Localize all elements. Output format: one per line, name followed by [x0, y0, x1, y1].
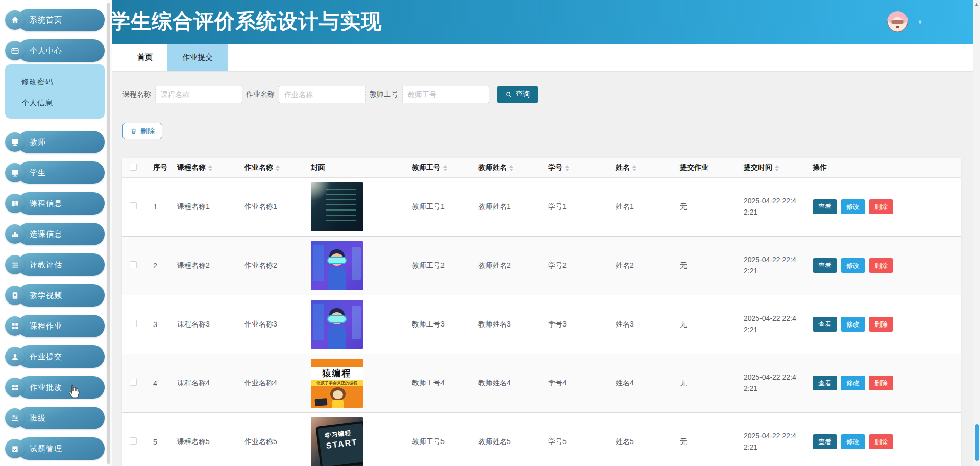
row-action-查看-button[interactable]: 查看	[813, 258, 837, 273]
cover-image-code-screen[interactable]	[311, 182, 363, 231]
row-action-查看-button[interactable]: 查看	[813, 199, 837, 214]
page-scrollbar-thumb[interactable]	[975, 424, 979, 461]
column-header-姓名[interactable]: 姓名	[608, 158, 673, 177]
sort-icon[interactable]	[443, 165, 447, 171]
sidebar-item-课程作业[interactable]: 课程作业	[5, 315, 106, 337]
sidebar-pill[interactable]: 评教评估	[17, 253, 105, 276]
header-select-all-cell[interactable]	[122, 158, 146, 177]
scroll-up-arrow-icon[interactable]: ▲	[973, 2, 980, 7]
sidebar-scrollbar[interactable]	[106, 0, 112, 466]
sidebar-pill[interactable]: 课程作业	[17, 315, 105, 337]
sidebar-pill[interactable]: 教师	[17, 131, 105, 153]
filter-input-作业名称[interactable]	[279, 86, 366, 103]
row-select-cell	[122, 295, 146, 354]
column-header-课程名称[interactable]: 课程名称	[170, 158, 237, 177]
row-checkbox[interactable]	[130, 437, 137, 445]
sidebar-pill[interactable]: 系统首页	[17, 9, 105, 31]
user-menu[interactable]: ▼	[887, 11, 923, 32]
tab-作业提交[interactable]: 作业提交	[167, 44, 228, 71]
cover-image-monkey-coding[interactable]: 猿编程让孩子学会真正的编程	[311, 359, 363, 408]
sidebar-item-label: 选课信息	[30, 229, 62, 239]
row-checkbox[interactable]	[130, 261, 137, 268]
avatar[interactable]	[887, 11, 908, 32]
row-action-查看-button[interactable]: 查看	[813, 317, 837, 332]
row-action-修改-button[interactable]: 修改	[841, 376, 865, 390]
sidebar-pill[interactable]: 个人中心	[17, 39, 105, 62]
row-action-查看-button[interactable]: 查看	[813, 376, 837, 390]
submenu-item-个人信息[interactable]: 个人信息	[5, 92, 105, 113]
row-checkbox[interactable]	[130, 202, 137, 209]
column-header-提交时间[interactable]: 提交时间	[737, 158, 805, 177]
tab-首页[interactable]: 首页	[122, 44, 167, 71]
submenu-item-修改密码[interactable]: 修改密码	[5, 72, 105, 92]
column-header-label: 学号	[548, 163, 562, 171]
filter-input-教师工号[interactable]	[402, 86, 489, 103]
header-banner: 学生综合评价系统设计与实现 ▼	[112, 0, 973, 44]
search-button[interactable]: 查询	[497, 86, 538, 103]
row-action-修改-button[interactable]: 修改	[841, 317, 865, 332]
select-all-checkbox[interactable]	[130, 164, 137, 171]
row-action-修改-button[interactable]: 修改	[841, 199, 865, 214]
column-header-学号[interactable]: 学号	[541, 158, 608, 177]
sidebar-item-作业提交[interactable]: 作业提交	[5, 345, 106, 368]
cell-student-id: 学号4	[541, 354, 608, 412]
cover-image-vr-cartoon[interactable]	[311, 241, 363, 290]
sidebar-pill[interactable]: 学生	[17, 161, 105, 184]
sidebar-item-评教评估[interactable]: 评教评估	[5, 253, 106, 276]
sort-icon[interactable]	[632, 165, 636, 171]
sidebar-item-班级[interactable]: 班级	[5, 407, 106, 429]
row-action-查看-button[interactable]: 查看	[813, 434, 837, 449]
cover-image-tablet-start[interactable]: 学习编程START	[311, 417, 363, 466]
cell-actions: 查看修改删除	[805, 177, 961, 236]
sidebar-scrollbar-thumb[interactable]	[107, 3, 110, 464]
sidebar-item-选课信息[interactable]: 选课信息	[5, 223, 106, 245]
row-action-删除-button[interactable]: 删除	[869, 434, 893, 449]
sort-icon[interactable]	[775, 165, 779, 171]
sidebar-item-作业批改[interactable]: 作业批改	[5, 376, 106, 399]
sidebar-pill[interactable]: 课程信息	[17, 192, 105, 215]
column-header-教师姓名[interactable]: 教师姓名	[471, 158, 541, 177]
cell-actions: 查看修改删除	[805, 354, 961, 412]
row-action-删除-button[interactable]: 删除	[869, 199, 893, 214]
sidebar-item-个人中心[interactable]: 个人中心	[5, 39, 106, 62]
table-row: 4课程名称4作业名称4猿编程让孩子学会真正的编程教师工号4教师姓名4学号4姓名4…	[122, 354, 961, 412]
sidebar-item-课程信息[interactable]: 课程信息	[5, 192, 106, 215]
row-action-修改-button[interactable]: 修改	[841, 258, 865, 273]
cell-submit-time: 2025-04-22 22:42:21	[737, 295, 805, 354]
sidebar-pill[interactable]: 教学视频	[17, 284, 105, 307]
column-header-label: 提交作业	[680, 163, 708, 171]
sidebar-pill[interactable]: 班级	[17, 407, 105, 429]
column-header-教师工号[interactable]: 教师工号	[405, 158, 471, 177]
column-header-作业名称[interactable]: 作业名称	[237, 158, 304, 177]
sidebar-item-系统首页[interactable]: 系统首页	[5, 9, 106, 31]
app-window: 系统首页个人中心修改密码个人信息教师学生课程信息选课信息评教评估教学视频课程作业…	[0, 0, 980, 466]
sidebar-pill[interactable]: 试题管理	[17, 437, 105, 460]
sidebar-item-试题管理[interactable]: 试题管理	[5, 437, 106, 460]
sort-icon[interactable]	[276, 165, 280, 171]
row-checkbox[interactable]	[130, 379, 137, 386]
sort-icon[interactable]	[565, 165, 569, 171]
batch-delete-button[interactable]: 删除	[122, 123, 162, 139]
filter-input-课程名称[interactable]	[155, 86, 242, 103]
sidebar-item-教师[interactable]: 教师	[5, 131, 106, 153]
table-header-row: 序号课程名称作业名称封面教师工号教师姓名学号姓名提交作业提交时间操作	[122, 158, 961, 177]
row-action-删除-button[interactable]: 删除	[869, 317, 893, 332]
chevron-down-icon[interactable]: ▼	[917, 19, 923, 25]
sidebar-item-学生[interactable]: 学生	[5, 161, 106, 184]
cell-student-id: 学号3	[541, 295, 608, 354]
cell-cover: 猿编程让孩子学会真正的编程	[304, 354, 405, 412]
cell-student-name: 姓名5	[608, 412, 673, 466]
sidebar-pill[interactable]: 作业提交	[17, 345, 105, 368]
sidebar-pill[interactable]: 选课信息	[17, 223, 105, 245]
sidebar-item-教学视频[interactable]: 教学视频	[5, 284, 106, 307]
row-action-删除-button[interactable]: 删除	[869, 376, 893, 390]
row-action-删除-button[interactable]: 删除	[869, 258, 893, 273]
cover-image-vr-cartoon[interactable]	[311, 300, 363, 349]
page-scrollbar[interactable]: ▲	[973, 0, 980, 466]
batch-delete-label: 删除	[140, 127, 155, 136]
row-action-修改-button[interactable]: 修改	[841, 434, 865, 449]
sort-icon[interactable]	[509, 165, 513, 171]
row-checkbox[interactable]	[130, 320, 137, 327]
sidebar-pill[interactable]: 作业批改	[17, 376, 105, 399]
sort-icon[interactable]	[208, 165, 212, 171]
